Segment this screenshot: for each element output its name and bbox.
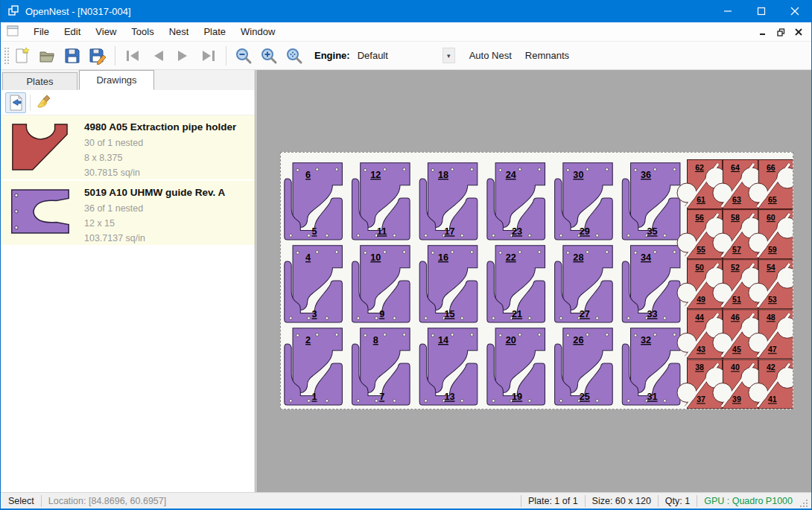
menu-view[interactable]: View — [88, 23, 124, 40]
resize-grip[interactable] — [799, 498, 809, 509]
zoom-out-button[interactable] — [231, 45, 256, 67]
next-plate-button[interactable] — [171, 45, 196, 67]
title-bar: OpenNest - [N0317-004] — [1, 0, 811, 22]
save-as-button[interactable] — [85, 45, 110, 67]
svg-text:63: 63 — [732, 195, 741, 204]
svg-text:48: 48 — [767, 313, 775, 322]
purple-part-pair[interactable]: 43 — [285, 246, 343, 322]
svg-text:17: 17 — [444, 226, 454, 237]
svg-text:16: 16 — [438, 252, 448, 263]
drawing-area: 103.7137 sq/in — [84, 231, 255, 246]
red-part-thumbnail — [10, 123, 71, 174]
zoom-extents-button[interactable] — [282, 45, 307, 67]
svg-text:29: 29 — [580, 226, 590, 237]
purple-part-pair[interactable]: 3635 — [622, 163, 680, 240]
purple-part-pair[interactable]: 3029 — [555, 163, 613, 240]
status-qty: Qty: 1 — [665, 496, 690, 506]
svg-text:58: 58 — [731, 213, 740, 222]
drawing-list: 4980 A05 Extraction pipe holder 30 of 1 … — [1, 115, 255, 492]
svg-text:14: 14 — [438, 334, 449, 345]
svg-text:38: 38 — [695, 363, 704, 372]
purple-part-pair[interactable]: 2221 — [487, 246, 545, 322]
purple-part-pair[interactable]: 2625 — [555, 328, 613, 405]
drawing-size: 12 x 15 — [84, 216, 255, 231]
app-window: OpenNest - [N0317-004] File Edit View To… — [0, 0, 812, 510]
svg-text:62: 62 — [695, 163, 704, 172]
minimize-button[interactable] — [711, 0, 744, 22]
status-location: Location: [84.8696, 60.6957] — [48, 496, 166, 506]
svg-text:61: 61 — [697, 195, 705, 204]
app-icon — [7, 4, 19, 19]
svg-text:24: 24 — [506, 169, 517, 180]
svg-text:3: 3 — [311, 308, 317, 319]
mdi-minimize-icon[interactable] — [756, 25, 770, 39]
menu-tools[interactable]: Tools — [124, 23, 161, 40]
purple-part-pair[interactable]: 3231 — [622, 328, 680, 405]
svg-text:32: 32 — [641, 334, 651, 345]
svg-text:12: 12 — [370, 169, 381, 180]
svg-text:50: 50 — [695, 263, 704, 272]
purple-part-pair[interactable]: 1413 — [419, 328, 478, 405]
purple-part-pair[interactable]: 21 — [285, 328, 343, 405]
zoom-in-button[interactable] — [256, 45, 282, 67]
first-plate-button[interactable] — [120, 45, 145, 67]
svg-text:64: 64 — [731, 163, 740, 172]
open-file-button[interactable] — [34, 45, 60, 67]
purple-part-pair[interactable]: 109 — [352, 246, 410, 322]
drawing-title: 4980 A05 Extraction pipe holder — [84, 121, 255, 133]
toolbar-grip[interactable] — [3, 46, 9, 66]
purple-part-pair[interactable]: 1817 — [419, 163, 478, 240]
tab-plates[interactable]: Plates — [2, 72, 77, 90]
mdi-close-icon[interactable] — [792, 25, 805, 39]
svg-text:9: 9 — [379, 308, 384, 319]
purple-part-pair[interactable]: 87 — [352, 328, 410, 405]
svg-text:36: 36 — [641, 169, 651, 180]
import-drawing-button[interactable] — [5, 92, 26, 113]
document-icon[interactable] — [7, 25, 19, 39]
purple-part-pair[interactable]: 1615 — [419, 246, 478, 322]
clear-drawings-button[interactable] — [34, 92, 55, 113]
drawing-size: 8 x 8.375 — [84, 150, 255, 165]
engine-dropdown-arrow-icon[interactable]: ▾ — [443, 48, 455, 63]
previous-plate-button[interactable] — [145, 45, 171, 67]
nest-canvas[interactable]: 6543211211109871817161514132423222120193… — [256, 70, 811, 492]
menu-nest[interactable]: Nest — [162, 23, 197, 40]
purple-part-pair[interactable]: 3433 — [622, 246, 680, 322]
drawings-toolbar — [1, 90, 255, 115]
purple-part-pair[interactable]: 2423 — [487, 163, 545, 240]
svg-text:6: 6 — [305, 169, 311, 180]
menu-file[interactable]: File — [26, 23, 57, 40]
drawing-item-extraction-pipe-holder[interactable]: 4980 A05 Extraction pipe holder 30 of 1 … — [1, 115, 255, 181]
menu-plate[interactable]: Plate — [196, 23, 233, 40]
drawing-area: 30.7815 sq/in — [84, 165, 255, 180]
purple-part-pair[interactable]: 1211 — [352, 163, 410, 240]
purple-part-thumbnail — [10, 188, 71, 237]
nest-plate-svg[interactable]: 6543211211109871817161514132423222120193… — [281, 153, 793, 409]
svg-text:56: 56 — [695, 213, 704, 222]
svg-text:39: 39 — [732, 395, 741, 404]
engine-select[interactable]: Default — [355, 48, 443, 63]
remnants-button[interactable]: Remnants — [518, 46, 576, 65]
svg-text:35: 35 — [647, 226, 657, 237]
drawing-item-uhmw-guide[interactable]: 5019 A10 UHMW guide Rev. A 36 of 1 neste… — [1, 181, 255, 246]
auto-nest-button[interactable]: Auto Nest — [463, 46, 518, 65]
import-arrow-icon — [7, 95, 24, 111]
purple-part-pair[interactable]: 2827 — [555, 246, 613, 322]
tab-drawings[interactable]: Drawings — [79, 70, 154, 90]
menu-window[interactable]: Window — [233, 23, 282, 40]
menu-edit[interactable]: Edit — [57, 23, 88, 40]
svg-text:55: 55 — [697, 245, 705, 254]
mdi-restore-icon[interactable] — [774, 25, 787, 39]
last-plate-button[interactable] — [196, 45, 221, 67]
purple-part-pair[interactable]: 2019 — [487, 328, 545, 405]
save-button[interactable] — [60, 45, 85, 67]
svg-text:60: 60 — [767, 213, 775, 222]
purple-part-pair[interactable]: 65 — [285, 163, 343, 240]
close-button[interactable] — [778, 0, 811, 22]
svg-text:7: 7 — [379, 391, 384, 402]
svg-text:66: 66 — [767, 163, 775, 172]
new-file-button[interactable] — [9, 45, 34, 67]
maximize-button[interactable] — [744, 0, 778, 22]
plate[interactable]: 6543211211109871817161514132423222120193… — [280, 152, 793, 409]
svg-text:51: 51 — [732, 295, 741, 304]
